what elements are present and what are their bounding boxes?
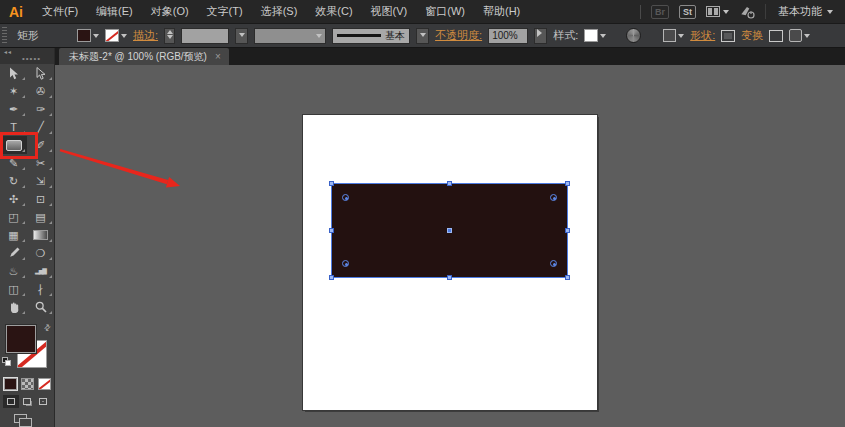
color-button[interactable] bbox=[4, 378, 17, 390]
annotation-arrow bbox=[55, 65, 255, 225]
document-tab[interactable]: 未标题-2* @ 100% (RGB/预览) × bbox=[59, 48, 229, 65]
menu-view[interactable]: 视图(V) bbox=[362, 0, 417, 23]
handle-top-left[interactable] bbox=[329, 181, 334, 186]
hand-tool[interactable] bbox=[0, 298, 27, 316]
line-icon: ╱ bbox=[37, 122, 44, 133]
magic-wand-tool[interactable]: ✶ bbox=[0, 82, 27, 100]
symbol-sprayer-tool[interactable]: ♨ bbox=[0, 262, 27, 280]
handle-bottom-center[interactable] bbox=[447, 275, 452, 280]
handle-middle-right[interactable] bbox=[565, 228, 570, 233]
handle-middle-left[interactable] bbox=[329, 228, 334, 233]
align-options[interactable] bbox=[663, 29, 684, 42]
menu-help[interactable]: 帮助(H) bbox=[474, 0, 529, 23]
menu-select[interactable]: 选择(S) bbox=[252, 0, 307, 23]
selected-rectangle-object[interactable] bbox=[332, 184, 567, 277]
width-profile-dropdown[interactable] bbox=[254, 28, 326, 44]
artboard[interactable] bbox=[303, 115, 597, 410]
column-graph-tool[interactable]: ▂▅▇ bbox=[27, 262, 54, 280]
perspective-grid-tool[interactable]: ▤ bbox=[27, 208, 54, 226]
menu-object[interactable]: 对象(O) bbox=[142, 0, 198, 23]
zoom-tool[interactable] bbox=[27, 298, 54, 316]
corner-widget-bottom-right[interactable] bbox=[550, 260, 557, 267]
close-tab-icon[interactable]: × bbox=[215, 51, 221, 62]
menu-type[interactable]: 文字(T) bbox=[198, 0, 252, 23]
column-graph-icon: ▂▅▇ bbox=[35, 268, 46, 274]
stroke-weight-stepper[interactable] bbox=[164, 28, 175, 44]
touch-workspace-icon[interactable] bbox=[739, 5, 755, 19]
mesh-tool[interactable]: ▦ bbox=[0, 226, 27, 244]
eyedropper-tool[interactable] bbox=[0, 244, 27, 262]
handle-top-right[interactable] bbox=[565, 181, 570, 186]
stroke-weight-dropdown[interactable] bbox=[235, 28, 248, 44]
stroke-color-control[interactable] bbox=[105, 29, 127, 42]
brush-dropdown[interactable] bbox=[416, 28, 429, 44]
workspace-switcher[interactable]: 基本功能 bbox=[765, 4, 833, 19]
width-tool[interactable]: ✣ bbox=[0, 190, 27, 208]
swap-fill-stroke-icon[interactable]: ⇄ bbox=[42, 322, 53, 333]
handle-bottom-left[interactable] bbox=[329, 275, 334, 280]
bridge-icon[interactable]: Br bbox=[651, 5, 669, 19]
symbol-sprayer-icon: ♨ bbox=[9, 266, 19, 277]
draw-normal-button[interactable] bbox=[3, 395, 19, 408]
free-transform-tool[interactable]: ⊡ bbox=[27, 190, 54, 208]
shape-builder-icon: ◰ bbox=[8, 212, 18, 223]
align-to-selection[interactable] bbox=[789, 29, 810, 42]
chevron-down-icon bbox=[827, 10, 833, 17]
draw-inside-button[interactable] bbox=[35, 395, 51, 408]
recolor-artwork-icon[interactable] bbox=[626, 28, 641, 43]
stock-icon[interactable]: St bbox=[679, 5, 696, 19]
corner-widget-bottom-left[interactable] bbox=[342, 260, 349, 267]
style-control[interactable] bbox=[584, 29, 606, 42]
opacity-field[interactable]: 100% bbox=[488, 28, 528, 44]
pen-tool[interactable]: ✒ bbox=[0, 100, 27, 118]
fill-color-control[interactable] bbox=[77, 29, 99, 42]
opacity-dropdown[interactable] bbox=[534, 28, 547, 44]
canvas[interactable] bbox=[55, 65, 845, 427]
gradient-button[interactable] bbox=[21, 378, 34, 390]
corner-widget-top-right[interactable] bbox=[550, 194, 557, 201]
handle-top-center[interactable] bbox=[447, 181, 452, 186]
draw-behind-button[interactable] bbox=[19, 395, 35, 408]
style-swatch bbox=[584, 29, 598, 42]
rotate-tool[interactable]: ↻ bbox=[0, 172, 27, 190]
direct-selection-tool[interactable] bbox=[27, 64, 54, 82]
menu-window[interactable]: 窗口(W) bbox=[416, 0, 474, 23]
corner-widget-top-left[interactable] bbox=[342, 194, 349, 201]
shape-widget-icon[interactable] bbox=[721, 30, 735, 42]
fill-proxy[interactable] bbox=[6, 325, 36, 353]
blend-tool[interactable]: ❍ bbox=[27, 244, 54, 262]
selection-tool[interactable] bbox=[0, 64, 27, 82]
style-label: 样式: bbox=[553, 28, 578, 43]
shape-link[interactable]: 形状: bbox=[690, 28, 715, 43]
collapse-panel-icon[interactable]: ◄◄ bbox=[3, 49, 11, 55]
curvature-tool[interactable]: ✑ bbox=[27, 100, 54, 118]
none-button[interactable] bbox=[38, 378, 51, 390]
gradient-tool[interactable] bbox=[27, 226, 54, 244]
stroke-weight-field[interactable] bbox=[181, 28, 229, 44]
menu-edit[interactable]: 编辑(E) bbox=[87, 0, 142, 23]
stroke-weight-link[interactable]: 描边: bbox=[133, 28, 158, 43]
default-fill-stroke-icon[interactable] bbox=[2, 357, 11, 366]
mesh-icon: ▦ bbox=[8, 230, 18, 241]
workspace: ◄◄ ••••• ✶ ✇ ✒ ✑ T ╱ bbox=[0, 48, 845, 427]
opacity-link[interactable]: 不透明度: bbox=[435, 28, 482, 43]
transform-link[interactable]: 变换 bbox=[741, 28, 763, 43]
screen-mode-button[interactable] bbox=[14, 414, 34, 427]
panel-grip[interactable] bbox=[2, 27, 7, 45]
brush-name: 基本 bbox=[385, 29, 405, 43]
menu-file[interactable]: 文件(F) bbox=[33, 0, 87, 23]
chevron-down-icon bbox=[723, 10, 729, 17]
brush-definition-dropdown[interactable]: 基本 bbox=[332, 28, 410, 44]
center-point-handle[interactable] bbox=[447, 228, 452, 233]
slice-tool[interactable]: ∤ bbox=[27, 280, 54, 298]
menu-effect[interactable]: 效果(C) bbox=[306, 0, 361, 23]
panel-drag-dots[interactable]: ••••• bbox=[22, 54, 41, 63]
handle-bottom-right[interactable] bbox=[565, 275, 570, 280]
bounding-box-icon[interactable] bbox=[769, 30, 783, 42]
blend-icon: ❍ bbox=[36, 248, 46, 259]
lasso-tool[interactable]: ✇ bbox=[27, 82, 54, 100]
arrange-documents-icon[interactable] bbox=[706, 6, 729, 17]
scale-tool[interactable]: ⇲ bbox=[27, 172, 54, 190]
shape-builder-tool[interactable]: ◰ bbox=[0, 208, 27, 226]
artboard-tool[interactable]: ◫ bbox=[0, 280, 27, 298]
